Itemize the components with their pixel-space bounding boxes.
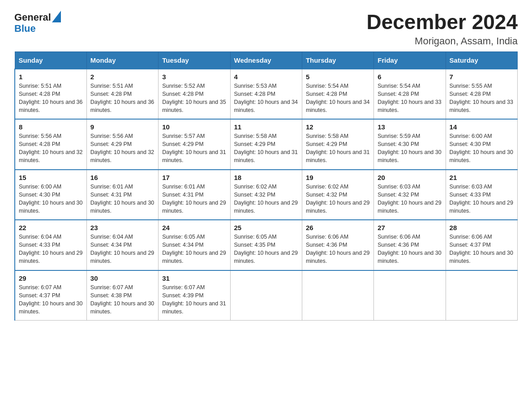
day-info: Sunrise: 6:06 AMSunset: 4:36 PMDaylight:… [378,234,441,264]
day-info: Sunrise: 6:06 AMSunset: 4:36 PMDaylight:… [306,234,369,264]
calendar-cell [374,270,446,321]
calendar-cell: 6Sunrise: 5:54 AMSunset: 4:28 PMDaylight… [374,69,446,120]
day-number: 30 [90,274,154,282]
calendar-cell: 25Sunrise: 6:05 AMSunset: 4:35 PMDayligh… [230,220,302,270]
day-info: Sunrise: 6:04 AMSunset: 4:34 PMDaylight:… [90,234,154,264]
day-header-sunday: Sunday [15,51,86,69]
day-number: 2 [90,73,154,81]
day-number: 7 [450,73,514,81]
calendar-cell: 12Sunrise: 5:58 AMSunset: 4:29 PMDayligh… [302,119,373,170]
day-number: 23 [90,224,154,231]
calendar-cell: 1Sunrise: 5:51 AMSunset: 4:28 PMDaylight… [15,69,86,120]
calendar-cell: 30Sunrise: 6:07 AMSunset: 4:38 PMDayligh… [86,270,158,321]
day-info: Sunrise: 5:52 AMSunset: 4:28 PMDaylight:… [162,83,226,113]
day-number: 22 [19,224,83,231]
calendar-cell: 29Sunrise: 6:07 AMSunset: 4:37 PMDayligh… [15,270,86,321]
logo-blue: Blue [14,23,36,34]
day-info: Sunrise: 6:07 AMSunset: 4:39 PMDaylight:… [162,284,226,315]
page-header: General Blue December 2024 Morigaon, Ass… [14,11,518,47]
day-number: 16 [90,174,154,181]
calendar-cell: 11Sunrise: 5:58 AMSunset: 4:29 PMDayligh… [230,119,302,170]
day-number: 31 [162,274,226,282]
calendar-week-row: 15Sunrise: 6:00 AMSunset: 4:30 PMDayligh… [15,170,518,220]
calendar-cell: 15Sunrise: 6:00 AMSunset: 4:30 PMDayligh… [15,170,86,220]
day-number: 19 [306,174,370,181]
day-number: 20 [378,174,442,181]
day-info: Sunrise: 6:04 AMSunset: 4:33 PMDaylight:… [19,234,82,264]
calendar-cell: 27Sunrise: 6:06 AMSunset: 4:36 PMDayligh… [374,220,446,270]
day-info: Sunrise: 6:07 AMSunset: 4:37 PMDaylight:… [19,284,82,315]
calendar-cell: 14Sunrise: 6:00 AMSunset: 4:30 PMDayligh… [446,119,517,170]
day-info: Sunrise: 6:06 AMSunset: 4:37 PMDaylight:… [450,234,513,264]
logo-general: General [14,13,51,22]
day-info: Sunrise: 6:07 AMSunset: 4:38 PMDaylight:… [90,284,154,315]
calendar-cell: 16Sunrise: 6:01 AMSunset: 4:31 PMDayligh… [86,170,158,220]
day-number: 26 [306,224,370,231]
day-info: Sunrise: 6:05 AMSunset: 4:35 PMDaylight:… [234,234,298,264]
logo-triangle-icon [52,11,61,22]
calendar-cell: 4Sunrise: 5:53 AMSunset: 4:28 PMDaylight… [230,69,302,120]
calendar-week-row: 8Sunrise: 5:56 AMSunset: 4:28 PMDaylight… [15,119,518,170]
calendar-cell: 17Sunrise: 6:01 AMSunset: 4:31 PMDayligh… [159,170,230,220]
calendar-cell: 22Sunrise: 6:04 AMSunset: 4:33 PMDayligh… [15,220,86,270]
day-number: 8 [19,123,83,131]
day-info: Sunrise: 6:01 AMSunset: 4:31 PMDaylight:… [90,184,154,214]
calendar-cell: 20Sunrise: 6:03 AMSunset: 4:32 PMDayligh… [374,170,446,220]
day-info: Sunrise: 5:57 AMSunset: 4:29 PMDaylight:… [162,133,226,163]
day-number: 11 [234,123,298,131]
calendar-cell: 31Sunrise: 6:07 AMSunset: 4:39 PMDayligh… [159,270,230,321]
day-info: Sunrise: 5:51 AMSunset: 4:28 PMDaylight:… [19,83,82,113]
day-number: 29 [19,274,83,282]
day-number: 9 [90,123,154,131]
day-number: 10 [162,123,226,131]
day-number: 28 [450,224,514,231]
day-header-friday: Friday [374,51,446,69]
day-number: 25 [234,224,298,231]
day-number: 27 [378,224,442,231]
day-info: Sunrise: 5:53 AMSunset: 4:28 PMDaylight:… [234,83,298,113]
day-info: Sunrise: 6:00 AMSunset: 4:30 PMDaylight:… [450,133,513,163]
day-header-tuesday: Tuesday [159,51,230,69]
day-number: 13 [378,123,442,131]
calendar-week-row: 1Sunrise: 5:51 AMSunset: 4:28 PMDaylight… [15,69,518,120]
day-info: Sunrise: 5:56 AMSunset: 4:29 PMDaylight:… [90,133,154,163]
calendar-cell: 26Sunrise: 6:06 AMSunset: 4:36 PMDayligh… [302,220,373,270]
day-info: Sunrise: 6:05 AMSunset: 4:34 PMDaylight:… [162,234,226,264]
calendar-week-row: 22Sunrise: 6:04 AMSunset: 4:33 PMDayligh… [15,220,518,270]
day-info: Sunrise: 6:03 AMSunset: 4:33 PMDaylight:… [450,184,513,214]
calendar-cell: 19Sunrise: 6:02 AMSunset: 4:32 PMDayligh… [302,170,373,220]
calendar-cell: 5Sunrise: 5:54 AMSunset: 4:28 PMDaylight… [302,69,373,120]
day-number: 18 [234,174,298,181]
calendar-cell: 2Sunrise: 5:51 AMSunset: 4:28 PMDaylight… [86,69,158,120]
day-number: 24 [162,224,226,231]
title-block: December 2024 Morigaon, Assam, India [366,11,518,47]
calendar-cell: 18Sunrise: 6:02 AMSunset: 4:32 PMDayligh… [230,170,302,220]
day-number: 4 [234,73,298,81]
day-header-saturday: Saturday [446,51,517,69]
day-number: 12 [306,123,370,131]
day-number: 5 [306,73,370,81]
day-number: 21 [450,174,514,181]
calendar-subtitle: Morigaon, Assam, India [366,35,518,47]
day-number: 1 [19,73,83,81]
svg-marker-0 [52,11,61,22]
calendar-cell [302,270,373,321]
calendar-cell: 23Sunrise: 6:04 AMSunset: 4:34 PMDayligh… [86,220,158,270]
calendar-cell [230,270,302,321]
calendar-cell: 10Sunrise: 5:57 AMSunset: 4:29 PMDayligh… [159,119,230,170]
day-info: Sunrise: 6:02 AMSunset: 4:32 PMDaylight:… [306,184,369,214]
calendar-week-row: 29Sunrise: 6:07 AMSunset: 4:37 PMDayligh… [15,270,518,321]
day-info: Sunrise: 6:00 AMSunset: 4:30 PMDaylight:… [19,184,82,214]
calendar-cell: 9Sunrise: 5:56 AMSunset: 4:29 PMDaylight… [86,119,158,170]
day-info: Sunrise: 5:54 AMSunset: 4:28 PMDaylight:… [378,83,441,113]
calendar-title: December 2024 [366,11,518,34]
calendar-cell: 13Sunrise: 5:59 AMSunset: 4:30 PMDayligh… [374,119,446,170]
calendar-header-row: SundayMondayTuesdayWednesdayThursdayFrid… [15,51,518,69]
calendar-table: SundayMondayTuesdayWednesdayThursdayFrid… [14,51,518,321]
calendar-cell: 24Sunrise: 6:05 AMSunset: 4:34 PMDayligh… [159,220,230,270]
calendar-cell: 28Sunrise: 6:06 AMSunset: 4:37 PMDayligh… [446,220,517,270]
day-info: Sunrise: 5:56 AMSunset: 4:28 PMDaylight:… [19,133,82,163]
calendar-cell [446,270,517,321]
day-header-thursday: Thursday [302,51,373,69]
day-info: Sunrise: 6:03 AMSunset: 4:32 PMDaylight:… [378,184,441,214]
